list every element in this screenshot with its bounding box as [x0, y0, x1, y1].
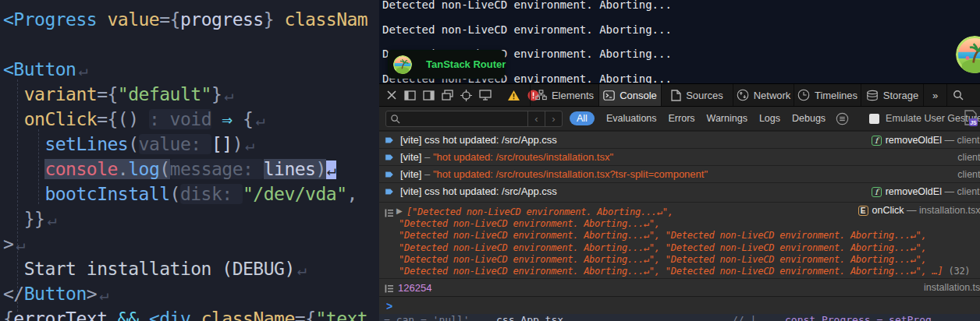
- devtools-tabbar: ElementsConsoleSourcesNetworkTimelinesSt…: [379, 84, 980, 107]
- array-log-line: "Detected non-LiveCD environment. Aborti…: [379, 266, 970, 277]
- storage-icon: [866, 90, 879, 101]
- code-line[interactable]: console.log(message: lines)↵: [3, 157, 368, 182]
- code-line[interactable]: <Button↵: [3, 57, 368, 82]
- array-count: (32): [943, 266, 970, 277]
- function-name: removeOldEl: [886, 186, 942, 197]
- clipped-text-fragment: const Progress = setProg: [785, 314, 932, 321]
- console-icon: [603, 90, 615, 101]
- console-options-icon[interactable]: [836, 112, 849, 125]
- log-flag-icon: [384, 152, 394, 163]
- console-message-row[interactable]: [vite] – "hot updated: /src/routes/insta…: [379, 148, 980, 165]
- terminal-line: Detected non-LiveCD environment. Abortin…: [382, 18, 980, 43]
- code-line[interactable]: </Button>↵: [3, 281, 368, 306]
- elements-icon: [535, 90, 547, 101]
- source-link[interactable]: client:: [957, 169, 980, 180]
- sources-icon: [671, 90, 681, 101]
- message-annotation: client:: [957, 149, 980, 166]
- console-message-row[interactable]: [vite] css hot updated: /src/App.cssfrem…: [379, 131, 980, 148]
- code-line[interactable]: {errorText && <div className={"text: [3, 306, 368, 321]
- clipped-text-fragment: css App.tsx: [496, 314, 563, 321]
- annotation-dash: —: [942, 135, 957, 146]
- tab-search[interactable]: [946, 84, 968, 106]
- result-number: 126254: [398, 282, 431, 294]
- code-line[interactable]: }}↵: [3, 206, 368, 231]
- message-text: "hot updated: /src/routes/installation.t…: [433, 151, 613, 163]
- detach-icon[interactable]: [442, 90, 453, 101]
- message-text: [vite]: [400, 151, 424, 163]
- array-log-line: "Detected non-LiveCD environment. Aborti…: [379, 218, 970, 230]
- code-line[interactable]: setLines(value: [])↵: [3, 132, 368, 157]
- search-input[interactable]: [403, 112, 527, 125]
- network-icon: [737, 89, 749, 101]
- code-line[interactable]: Start installation (DEBUG)↵: [3, 256, 368, 281]
- dock-side-right-icon[interactable]: [423, 90, 435, 101]
- find-next-button[interactable]: ›: [545, 111, 562, 127]
- message-text: [vite]: [400, 168, 424, 180]
- tab-timelines[interactable]: Timelines: [794, 84, 861, 106]
- message-text: "hot updated: /src/routes/installation.t…: [433, 168, 708, 180]
- console-search-field[interactable]: ‹ ›: [385, 111, 563, 127]
- tab-network[interactable]: Network: [733, 84, 794, 106]
- filter-pill-logs[interactable]: Logs: [759, 113, 780, 124]
- find-previous-button[interactable]: ‹: [527, 111, 545, 127]
- code-line[interactable]: variant={"default"}↵: [3, 82, 368, 107]
- element-picker-icon[interactable]: [460, 90, 472, 101]
- message-text: [vite] css hot updated: /src/App.css: [400, 134, 557, 146]
- code-line[interactable]: onClick={() : void ⇒ {↵: [3, 107, 368, 132]
- message-annotation: fremoveOldEl — client:5: [872, 183, 980, 200]
- event-badge: E: [858, 206, 868, 216]
- console-filter-bar: ‹ › AllEvaluationsErrorsWarningsLogsDebu…: [379, 107, 980, 131]
- source-link[interactable]: client:5: [957, 135, 980, 146]
- message-annotation: client:: [957, 166, 980, 183]
- screen: <Progress value={progress} classNam<Butt…: [0, 0, 980, 321]
- console-message-row[interactable]: [vite] css hot updated: /src/App.cssfrem…: [379, 182, 980, 199]
- code-lines: <Progress value={progress} classNam<Butt…: [3, 7, 368, 321]
- prompt-chevron-icon: >: [386, 298, 392, 312]
- tab-sources[interactable]: Sources: [661, 84, 733, 106]
- message-text: [vite] css hot updated: /src/App.css: [400, 185, 557, 197]
- code-editor-pane[interactable]: <Progress value={progress} classNam<Butt…: [0, 0, 379, 321]
- message-text: –: [424, 151, 433, 163]
- console-result-row[interactable]: 126254 installation.tsx:: [379, 278, 980, 296]
- js-context-icon[interactable]: JS: [963, 110, 978, 130]
- code-line[interactable]: [3, 32, 368, 57]
- array-log-line: "Detected non-LiveCD environment. Aborti…: [379, 242, 970, 254]
- code-line[interactable]: bootcInstall(disk: "/dev/vda",: [3, 182, 368, 206]
- tab-storage[interactable]: Storage: [861, 84, 923, 106]
- filter-pill-debugs[interactable]: Debugs: [792, 113, 826, 124]
- source-link[interactable]: client:: [957, 152, 980, 163]
- search-icon: [953, 90, 964, 101]
- dock-side-left-icon[interactable]: [404, 90, 416, 101]
- console-message-row[interactable]: [vite] – "hot updated: /src/routes/insta…: [379, 165, 980, 182]
- console-array-log-row[interactable]: ▶ ["Detected non-LiveCD environment. Abo…: [379, 202, 980, 278]
- annotation-dash: —: [942, 186, 957, 197]
- filter-pill-errors[interactable]: Errors: [669, 113, 695, 124]
- palm-island-icon: [393, 55, 412, 74]
- close-icon[interactable]: [386, 90, 397, 101]
- function-name: removeOldEl: [886, 135, 942, 146]
- responsive-mode-icon[interactable]: [479, 90, 492, 101]
- browser-pane: Detected non-LiveCD environment. Abortin…: [379, 0, 980, 321]
- terminal-line: Detected non-LiveCD environment. Abortin…: [382, 0, 980, 18]
- filter-pill-warnings[interactable]: Warnings: [707, 113, 747, 124]
- filter-pill-all[interactable]: All: [570, 111, 595, 125]
- emulate-user-gesture-checkbox[interactable]: [869, 114, 879, 124]
- search-icon: [390, 114, 400, 124]
- tab-»[interactable]: »: [923, 84, 946, 106]
- warning-badge-icon[interactable]: [507, 90, 520, 101]
- filter-pill-evaluations[interactable]: Evaluations: [606, 113, 657, 124]
- message-text: –: [424, 168, 433, 180]
- source-link[interactable]: installation.tsx:: [924, 282, 980, 293]
- function-badge: f: [872, 136, 882, 146]
- code-line[interactable]: >↵: [3, 231, 368, 256]
- source-link[interactable]: client:5: [957, 186, 980, 197]
- console-prompt-row[interactable]: >: [379, 296, 980, 314]
- source-link[interactable]: installation.tsx:: [919, 205, 980, 216]
- log-stack-icon: [384, 283, 394, 297]
- tanstack-router-tooltip: TanStack Router: [388, 50, 505, 79]
- code-line[interactable]: <Progress value={progress} classNam: [3, 7, 368, 32]
- tab-elements[interactable]: Elements: [530, 84, 598, 106]
- tab-console[interactable]: Console: [598, 84, 661, 106]
- array-log-line: "Detected non-LiveCD environment. Aborti…: [379, 230, 970, 242]
- array-log-line: "Detected non-LiveCD environment. Aborti…: [379, 254, 970, 266]
